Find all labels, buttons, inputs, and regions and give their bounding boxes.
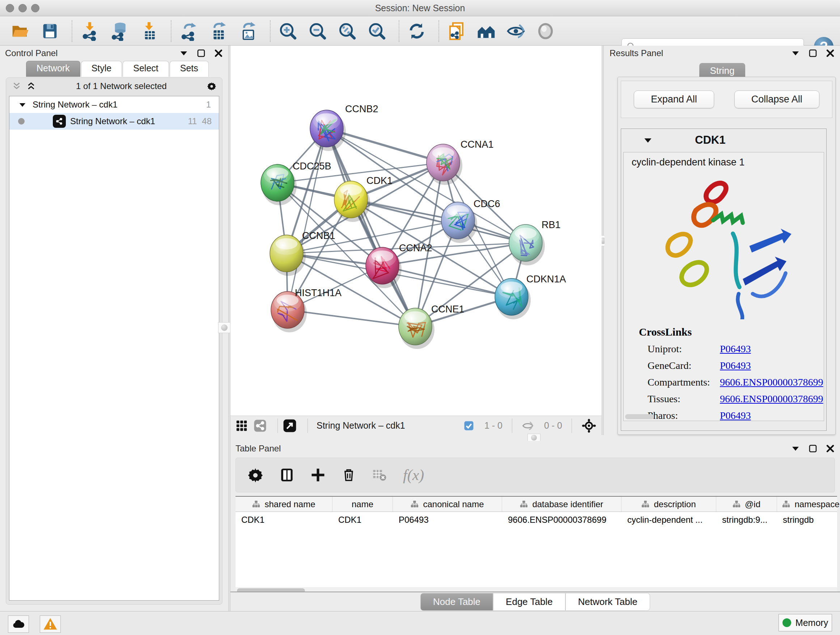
- column-header-sharedname[interactable]: shared name: [235, 497, 332, 511]
- tab-select[interactable]: Select: [123, 61, 169, 77]
- clone-network-button[interactable]: [447, 21, 467, 41]
- zoom-out-button[interactable]: [308, 21, 328, 41]
- first-neighbors-button[interactable]: [476, 21, 496, 41]
- network-options-gear-icon[interactable]: [207, 81, 216, 91]
- collapse-all-icon[interactable]: [12, 81, 21, 91]
- panel-menu-icon[interactable]: [791, 444, 800, 453]
- table-toolbar: f(x): [235, 458, 835, 492]
- network-node-CDC6[interactable]: [441, 202, 477, 243]
- gene-collapse-icon[interactable]: [644, 138, 652, 143]
- delete-column-icon[interactable]: [341, 467, 356, 483]
- panel-close-icon[interactable]: [826, 444, 835, 453]
- export-image-button[interactable]: [238, 21, 258, 41]
- toolbar-separator: [171, 20, 172, 42]
- table-cell[interactable]: P06493: [393, 512, 502, 528]
- grid-view-icon[interactable]: [235, 420, 248, 432]
- status-bar: Memory: [0, 611, 840, 635]
- cloud-button[interactable]: [8, 616, 29, 633]
- table-cell[interactable]: CDK1: [332, 512, 393, 528]
- tab-edge-table[interactable]: Edge Table: [493, 593, 565, 611]
- hide-graphics-button[interactable]: [506, 21, 526, 41]
- export-table-button[interactable]: [208, 21, 229, 41]
- network-node-CDKN1A[interactable]: [495, 279, 531, 319]
- warnings-button[interactable]: [40, 616, 61, 633]
- crosslink-link[interactable]: P06493: [720, 360, 751, 371]
- network-node-CCNA2[interactable]: [366, 247, 401, 288]
- panel-menu-icon[interactable]: [791, 49, 800, 58]
- selected-checkbox-icon[interactable]: [463, 420, 474, 431]
- panel-menu-icon[interactable]: [179, 49, 188, 58]
- collection-expand-icon[interactable]: [19, 103, 26, 107]
- network-collection-row[interactable]: String Network – cdk1 1: [9, 96, 219, 113]
- save-session-button[interactable]: [40, 21, 60, 41]
- share-view-icon[interactable]: [254, 419, 267, 432]
- table-cell[interactable]: stringdb: [777, 512, 840, 528]
- protein-structure-image: [645, 171, 797, 319]
- fit-content-button[interactable]: [337, 21, 357, 41]
- table-cell[interactable]: CDK1: [235, 512, 332, 528]
- column-header-id[interactable]: @id: [716, 497, 777, 511]
- panel-float-icon[interactable]: [196, 49, 206, 58]
- network-canvas[interactable]: CCNB2CCNA1CDC25BCDK1CDC6RB1CCNB1CCNA2CDK…: [231, 46, 602, 416]
- title-bar: Session: New Session: [0, 0, 840, 16]
- column-header-canonicalname[interactable]: canonical name: [393, 497, 502, 511]
- collapse-all-button[interactable]: Collapse All: [734, 90, 819, 108]
- panel-close-icon[interactable]: [826, 49, 835, 58]
- expand-all-button[interactable]: Expand All: [634, 90, 714, 108]
- network-node-CDC25B[interactable]: [261, 165, 297, 205]
- show-columns-icon[interactable]: [279, 467, 294, 483]
- panel-float-icon[interactable]: [808, 49, 818, 58]
- detach-view-icon[interactable]: [283, 419, 297, 432]
- network-node-CCNB2[interactable]: [310, 110, 346, 151]
- open-session-button[interactable]: [10, 21, 30, 41]
- table-settings-gear-icon[interactable]: [248, 467, 264, 483]
- crosslink-link[interactable]: P06493: [720, 343, 751, 355]
- panel-float-icon[interactable]: [808, 444, 818, 453]
- window-title: Session: New Session: [0, 3, 840, 13]
- left-splitter-handle[interactable]: [218, 322, 231, 333]
- panel-close-icon[interactable]: [214, 49, 223, 58]
- table-cell[interactable]: 9606.ENSP00000378699: [502, 512, 622, 528]
- results-panel-title: Results Panel: [609, 48, 663, 58]
- zoom-selected-button[interactable]: [367, 21, 387, 41]
- export-network-button[interactable]: [179, 21, 199, 41]
- table-row[interactable]: CDK1CDK1P064939606.ENSP00000378699cyclin…: [235, 512, 837, 528]
- apply-layout-button[interactable]: [407, 21, 427, 41]
- gene-header[interactable]: CDK1: [621, 129, 826, 151]
- toolbar-separator: [270, 20, 271, 42]
- birdseye-view-button[interactable]: [535, 21, 556, 41]
- network-edge[interactable]: [287, 128, 327, 310]
- tab-network-table[interactable]: Network Table: [565, 593, 650, 611]
- network-node-CCNE1[interactable]: [399, 308, 434, 349]
- column-header-description[interactable]: description: [622, 497, 716, 511]
- table-cell[interactable]: stringdb:9...: [716, 512, 777, 528]
- import-network-database-button[interactable]: [109, 21, 129, 41]
- table-cell[interactable]: cyclin-dependent ...: [622, 512, 716, 528]
- tab-style[interactable]: Style: [81, 61, 122, 77]
- column-header-namespace[interactable]: namespace: [777, 497, 840, 511]
- tab-network[interactable]: Network: [26, 61, 80, 77]
- toolbar-separator: [439, 20, 439, 42]
- network-edge[interactable]: [382, 266, 512, 297]
- pan-crosshair-icon[interactable]: [581, 418, 597, 433]
- tab-sets[interactable]: Sets: [170, 61, 209, 77]
- network-row[interactable]: String Network – cdk1 11 48: [9, 113, 219, 130]
- results-scrollbar[interactable]: [625, 414, 654, 419]
- network-node-CDK1[interactable]: [334, 181, 370, 222]
- import-table-button[interactable]: [139, 21, 159, 41]
- bottom-splitter-handle[interactable]: [527, 434, 540, 442]
- add-column-icon[interactable]: [310, 467, 325, 483]
- zoom-in-button[interactable]: [278, 21, 298, 41]
- expand-all-icon[interactable]: [27, 81, 36, 91]
- network-node-CCNA1[interactable]: [426, 144, 462, 185]
- network-node-RB1[interactable]: [509, 225, 545, 265]
- crosslink-link[interactable]: 9606.ENSP00000378699: [720, 393, 823, 405]
- table-header-row: shared namenamecanonical namedatabase id…: [235, 497, 837, 512]
- column-header-databaseidentifier[interactable]: database identifier: [502, 497, 622, 511]
- crosslink-link[interactable]: 9606.ENSP00000378699: [720, 377, 823, 388]
- crosslink-link[interactable]: P06493: [720, 410, 751, 421]
- column-header-name[interactable]: name: [332, 497, 393, 511]
- memory-button[interactable]: Memory: [778, 614, 832, 631]
- import-network-file-button[interactable]: [80, 21, 100, 41]
- tab-node-table[interactable]: Node Table: [420, 593, 493, 611]
